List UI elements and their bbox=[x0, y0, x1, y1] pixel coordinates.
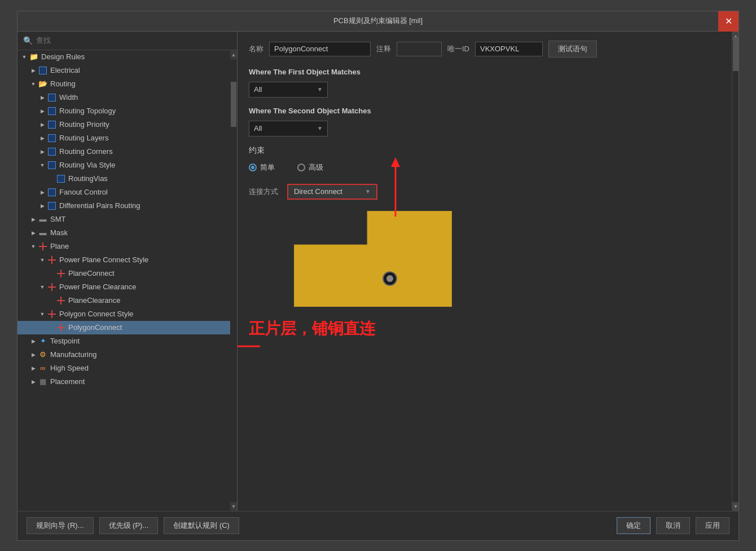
connect-row: 连接方式 Direct Connect ▼ bbox=[249, 184, 720, 200]
right-scroll-down-arrow[interactable]: ▼ bbox=[732, 502, 739, 511]
rule-icon-routing-layers bbox=[47, 133, 57, 143]
tree-arrow-routing-layers bbox=[38, 134, 47, 143]
tree-item-design-rules[interactable]: 📁 Design Rules bbox=[17, 50, 230, 64]
name-row: 名称 注释 唯一ID 测试语句 bbox=[249, 41, 720, 58]
tree-item-mask[interactable]: ▬ Mask bbox=[17, 226, 230, 240]
tree-arrow-fanout-control bbox=[38, 188, 47, 197]
tree-label-fanout-control: Fanout Control bbox=[59, 188, 108, 196]
tree-item-routing-via-style[interactable]: Routing Via Style bbox=[17, 158, 230, 172]
tree-item-plane[interactable]: Plane bbox=[17, 240, 230, 253]
test-sentence-button[interactable]: 测试语句 bbox=[548, 41, 597, 58]
tree-item-planeconnect[interactable]: PlaneConnect bbox=[17, 267, 230, 280]
tree-label-manufacturing: Manufacturing bbox=[50, 350, 96, 359]
rule-icon-pp-connect-style bbox=[47, 255, 57, 265]
tree-item-routing-layers[interactable]: Routing Layers bbox=[17, 131, 230, 145]
bottom-left-buttons: 规则向导 (R)... 优先级 (P)... 创建默认规则 (C) bbox=[27, 517, 239, 534]
tree-label-smt: SMT bbox=[50, 215, 65, 223]
priority-button[interactable]: 优先级 (P)... bbox=[99, 517, 159, 534]
tree-item-routing-topology[interactable]: Routing Topology bbox=[17, 104, 230, 118]
radio-advanced[interactable]: 高级 bbox=[297, 162, 323, 173]
tree-item-routing-corners[interactable]: Routing Corners bbox=[17, 145, 230, 158]
apply-button[interactable]: 应用 bbox=[696, 517, 729, 534]
tree-label-plane: Plane bbox=[50, 242, 69, 250]
first-match-title: Where The First Object Matches bbox=[249, 68, 720, 76]
tree-arrow-planeconnect bbox=[47, 269, 56, 278]
tree-item-width[interactable]: Width bbox=[17, 91, 230, 104]
ok-button[interactable]: 确定 bbox=[617, 517, 650, 534]
rule-icon-testpoint: ✦ bbox=[38, 336, 48, 346]
cancel-button[interactable]: 取消 bbox=[656, 517, 690, 534]
tree-item-routingvias[interactable]: RoutingVias bbox=[17, 172, 230, 186]
tree-scrollbar-track bbox=[230, 59, 237, 502]
tree-item-pp-connect-style[interactable]: Power Plane Connect Style bbox=[17, 253, 230, 267]
wizard-button[interactable]: 规则向导 (R)... bbox=[27, 517, 94, 534]
tree-arrow-routing-topology bbox=[38, 107, 47, 116]
tree-label-testpoint: Testpoint bbox=[50, 337, 80, 345]
tree-item-poly-connect-style[interactable]: Polygon Connect Style bbox=[17, 307, 230, 321]
tree-scroll-up-arrow[interactable]: ▲ bbox=[230, 50, 237, 59]
rule-icon-planeconnect bbox=[56, 268, 66, 279]
tree-label-routing-via-style: Routing Via Style bbox=[59, 161, 116, 169]
note-label: 注释 bbox=[376, 44, 391, 54]
tree-label-diff-pairs: Differential Pairs Routing bbox=[59, 201, 140, 210]
main-dialog: PCB规则及约束编辑器 [mil] ✕ 🔍 📁 Design Rules bbox=[17, 11, 739, 541]
connect-dropdown[interactable]: Direct Connect ▼ bbox=[287, 184, 377, 200]
tree-item-testpoint[interactable]: ✦ Testpoint bbox=[17, 334, 230, 348]
tree-item-electrical[interactable]: Electrical bbox=[17, 64, 230, 77]
close-button[interactable]: ✕ bbox=[718, 11, 739, 32]
first-match-dropdown-row: All ▼ bbox=[249, 82, 720, 98]
tree-item-polygonconnect[interactable]: PolygonConnect bbox=[17, 321, 230, 334]
tree-arrow-smt bbox=[29, 215, 38, 224]
titlebar: PCB规则及约束编辑器 [mil] ✕ bbox=[17, 11, 739, 32]
right-inner: 名称 注释 唯一ID 测试语句 Where The First Object M… bbox=[238, 32, 739, 511]
second-match-dropdown[interactable]: All ▼ bbox=[249, 121, 328, 136]
right-content: 名称 注释 唯一ID 测试语句 Where The First Object M… bbox=[238, 32, 732, 511]
rule-icon-diff-pairs bbox=[47, 201, 57, 211]
tree-item-smt[interactable]: ▬ SMT bbox=[17, 213, 230, 226]
radio-label-simple: 简单 bbox=[260, 162, 275, 173]
second-match-section: Where The Second Object Matches All ▼ bbox=[249, 107, 720, 136]
name-input[interactable] bbox=[269, 42, 371, 56]
tree-item-routing-priority[interactable]: Routing Priority bbox=[17, 118, 230, 131]
rule-icon-smt: ▬ bbox=[38, 214, 48, 224]
tree-arrow-routing bbox=[29, 80, 38, 89]
tree-scroll-down-arrow[interactable]: ▼ bbox=[230, 502, 237, 511]
tree-arrow-planeclearance bbox=[47, 296, 56, 305]
right-panel: 名称 注释 唯一ID 测试语句 Where The First Object M… bbox=[238, 32, 739, 511]
left-panel: 🔍 📁 Design Rules Electrica bbox=[17, 32, 238, 511]
search-icon: 🔍 bbox=[23, 36, 33, 45]
second-match-title: Where The Second Object Matches bbox=[249, 107, 720, 115]
tree-item-fanout-control[interactable]: Fanout Control bbox=[17, 186, 230, 199]
tree-scrollbar-thumb[interactable] bbox=[231, 82, 236, 127]
tree-item-planeclearance[interactable]: PlaneClearance bbox=[17, 294, 230, 307]
right-scrollbar-thumb[interactable] bbox=[733, 37, 739, 71]
tree-label-routing-layers: Routing Layers bbox=[59, 134, 108, 142]
tree-arrow-plane bbox=[29, 242, 38, 251]
tree-arrow-design-rules bbox=[20, 52, 29, 61]
tree-item-routing[interactable]: 📂 Routing bbox=[17, 77, 230, 91]
tree-label-routingvias: RoutingVias bbox=[68, 174, 108, 183]
second-match-dropdown-row: All ▼ bbox=[249, 121, 720, 136]
note-input[interactable] bbox=[397, 42, 442, 56]
tree-arrow-width bbox=[38, 93, 47, 102]
tree-item-pp-clearance[interactable]: Power Plane Clearance bbox=[17, 280, 230, 294]
tree-item-placement[interactable]: ▦ Placement bbox=[17, 375, 230, 389]
tree-item-diff-pairs[interactable]: Differential Pairs Routing bbox=[17, 199, 230, 213]
first-match-dropdown-value: All bbox=[254, 85, 262, 94]
tree-label-design-rules: Design Rules bbox=[41, 52, 85, 61]
annotation-text: 正片层，铺铜直连 bbox=[249, 318, 375, 340]
tree-item-high-speed[interactable]: ∞ High Speed bbox=[17, 362, 230, 375]
tree-label-pp-clearance: Power Plane Clearance bbox=[59, 283, 137, 291]
bottom-right-buttons: 确定 取消 应用 bbox=[617, 517, 729, 534]
radio-simple[interactable]: 简单 bbox=[249, 162, 275, 173]
tree-arrow-poly-connect-style bbox=[38, 310, 47, 319]
tree-item-manufacturing[interactable]: ⚙ Manufacturing bbox=[17, 348, 230, 362]
uid-input[interactable] bbox=[475, 42, 543, 56]
second-match-dropdown-value: All bbox=[254, 124, 262, 133]
create-defaults-button[interactable]: 创建默认规则 (C) bbox=[164, 517, 239, 534]
pcb-preview-container: 正片层，铺铜直连 bbox=[249, 211, 587, 358]
tree-label-planeclearance: PlaneClearance bbox=[68, 296, 121, 305]
radio-row: 简单 高级 bbox=[249, 162, 720, 173]
search-input[interactable] bbox=[36, 36, 231, 45]
first-match-dropdown[interactable]: All ▼ bbox=[249, 82, 328, 98]
